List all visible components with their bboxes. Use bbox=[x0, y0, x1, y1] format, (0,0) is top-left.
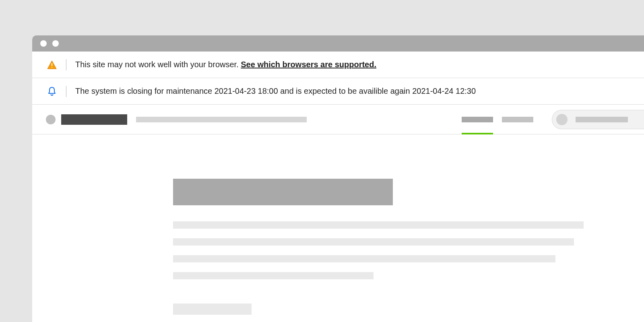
user-menu[interactable] bbox=[552, 110, 644, 129]
window-control-minimize[interactable] bbox=[52, 40, 59, 47]
text-line-placeholder bbox=[173, 221, 584, 229]
text-line-placeholder bbox=[173, 255, 555, 262]
supported-browsers-link[interactable]: See which browsers are supported. bbox=[241, 60, 376, 69]
page-title-placeholder bbox=[173, 179, 393, 205]
browser-warning-banner: This site may not work well with your br… bbox=[32, 52, 644, 78]
nav-tab-label-placeholder bbox=[502, 117, 533, 122]
nav-tab-2[interactable] bbox=[502, 105, 533, 134]
maintenance-banner: The system is closing for maintenance 20… bbox=[32, 78, 644, 105]
page-content bbox=[32, 134, 644, 322]
maintenance-text: The system is closing for maintenance 20… bbox=[75, 87, 476, 96]
browser-warning-text: This site may not work well with your br… bbox=[75, 60, 376, 69]
browser-window: This site may not work well with your br… bbox=[32, 35, 644, 322]
subheading-placeholder bbox=[173, 303, 252, 315]
banner-divider bbox=[66, 59, 66, 70]
user-name-placeholder bbox=[576, 117, 628, 122]
text-line-placeholder bbox=[173, 272, 374, 279]
nav-tab-1[interactable] bbox=[462, 105, 493, 134]
subtitle-placeholder bbox=[136, 117, 307, 122]
browser-warning-message: This site may not work well with your br… bbox=[75, 60, 241, 69]
app-header bbox=[32, 105, 644, 134]
banner-divider bbox=[66, 86, 66, 97]
brand-placeholder bbox=[61, 114, 127, 125]
nav-tab-label-placeholder bbox=[462, 117, 493, 122]
window-control-close[interactable] bbox=[40, 40, 47, 47]
window-titlebar bbox=[32, 35, 644, 52]
avatar bbox=[556, 114, 568, 125]
nav-tabs bbox=[462, 105, 533, 134]
warning-icon bbox=[47, 60, 57, 69]
svg-rect-0 bbox=[52, 63, 52, 66]
svg-rect-1 bbox=[52, 67, 52, 68]
bell-icon bbox=[47, 87, 57, 96]
text-line-placeholder bbox=[173, 238, 574, 246]
logo-icon bbox=[46, 115, 56, 124]
